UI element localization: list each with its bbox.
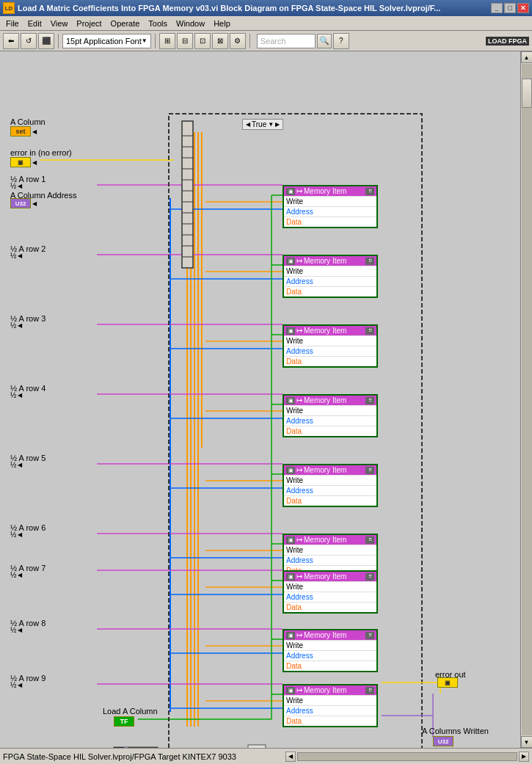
mem-write-8: Write: [284, 640, 376, 650]
status-text: FPGA State-Space HIL Solver.lvproj/FPGA …: [3, 752, 285, 761]
toolbar-separator-2: [155, 34, 156, 48]
mem-address-4: Address: [284, 415, 376, 426]
resize-button[interactable]: ⊡: [194, 33, 211, 49]
menu-window[interactable]: Window: [172, 18, 209, 29]
help-button[interactable]: ?: [333, 33, 349, 49]
case-selector[interactable]: ◀ True ▼ ▶: [242, 119, 283, 130]
right-scrollbar[interactable]: ▲ ▼: [520, 51, 532, 748]
mem-data-1: Data: [284, 217, 376, 227]
mem-data-4: Data: [284, 426, 376, 436]
h-scroll-track[interactable]: [297, 752, 517, 761]
wires-layer: [0, 51, 514, 748]
mem-write-2: Write: [284, 266, 376, 276]
toolbar-separator-3: [249, 34, 250, 48]
fpga-badge: LOAD FPGA: [486, 37, 529, 46]
scroll-left-button[interactable]: ◀: [285, 752, 296, 762]
font-selector[interactable]: 15pt Application Font ▼: [62, 34, 151, 48]
mem-address-1: Address: [284, 206, 376, 217]
a-row-3-terminal: ½ ◀: [10, 321, 22, 330]
a-row-6-terminal: ½ ◀: [10, 531, 22, 539]
toolbar: ⬅ ↺ ⬛ 15pt Application Font ▼ ⊞ ⊟ ⊡ ⊠ ⚙ …: [0, 31, 532, 51]
menu-edit[interactable]: Edit: [23, 18, 46, 29]
menu-project[interactable]: Project: [72, 18, 106, 29]
svg-rect-46: [248, 745, 266, 748]
mem-address-8: Address: [284, 650, 376, 661]
close-button[interactable]: ✕: [517, 3, 529, 13]
mem-header-2: ▣ ↦ Memory Item ⠿: [284, 256, 376, 266]
mem-write-6: Write: [284, 545, 376, 555]
title-bar: LD Load A Matric Coefficients Into FPGA …: [0, 0, 532, 16]
memory-block-7: ▣ ↦ Memory Item ⠿ Write Address Data: [283, 570, 378, 614]
status-bar: FPGA State-Space HIL Solver.lvproj/FPGA …: [0, 748, 532, 764]
forward-button[interactable]: ↺: [21, 33, 37, 49]
horizontal-scrollbar[interactable]: ◀ ▶: [285, 752, 529, 762]
window-controls: _ □ ✕: [491, 3, 529, 13]
a-row-4-terminal: ½ ◀: [10, 391, 22, 399]
window-title: Load A Matric Coefficients Into FPGA Mem…: [18, 4, 491, 12]
mem-address-5: Address: [284, 485, 376, 495]
a-row-9-terminal: ½ ◀: [10, 681, 22, 689]
maximize-button[interactable]: □: [504, 3, 516, 13]
error-out-terminal: ▣: [437, 677, 458, 688]
a-cols-written-term-box: U32: [433, 736, 453, 746]
scroll-up-button[interactable]: ▲: [521, 51, 533, 63]
mem-address-9: Address: [284, 705, 376, 716]
a-row-1-terminal: ½ ◀: [10, 182, 22, 190]
memory-block-3: ▣ ↦ Memory Item ⠿ Write Address Data: [283, 324, 378, 368]
mem-address-6: Address: [284, 555, 376, 565]
constant-zero: 0: [114, 747, 124, 748]
error-out-term-box: ▣: [437, 677, 458, 688]
scroll-thumb[interactable]: [522, 79, 532, 108]
a-cols-written-label: A Columns Written: [422, 727, 489, 735]
svg-rect-52: [182, 121, 193, 268]
mem-address-2: Address: [284, 276, 376, 286]
gear-button[interactable]: ⚙: [230, 33, 246, 49]
scroll-right-button[interactable]: ▶: [519, 752, 529, 762]
mem-write-3: Write: [284, 335, 376, 346]
mem-header-1: ▣ ↦ Memory Item ⠿: [284, 186, 376, 196]
search-button[interactable]: 🔍: [317, 34, 332, 48]
mem-header-8: ▣ ↦ Memory Item ⠿: [284, 630, 376, 640]
align-button[interactable]: ⊞: [159, 33, 175, 49]
menu-view[interactable]: View: [46, 18, 73, 29]
minimize-button[interactable]: _: [491, 3, 503, 13]
scroll-down-button[interactable]: ▼: [521, 736, 533, 748]
back-button[interactable]: ⬅: [3, 33, 19, 49]
mem-header-5: ▣ ↦ Memory Item ⠿: [284, 465, 376, 475]
memory-block-2: ▣ ↦ Memory Item ⠿ Write Address Data: [283, 255, 378, 298]
a-row-8-terminal: ½ ◀: [10, 626, 22, 634]
menu-file[interactable]: File: [1, 18, 23, 29]
scroll-track[interactable]: [522, 64, 532, 735]
mem-write-5: Write: [284, 475, 376, 485]
mem-data-7: Data: [284, 602, 376, 612]
mem-write-1: Write: [284, 196, 376, 206]
mem-data-2: Data: [284, 286, 376, 296]
mem-data-8: Data: [284, 661, 376, 671]
load-a-col-terminal: TF: [114, 716, 134, 727]
diagram-canvas[interactable]: A Column set ◀ error in (no error) ▣ ◀ ½…: [0, 51, 520, 748]
menu-help[interactable]: Help: [209, 18, 235, 29]
mem-write-4: Write: [284, 405, 376, 415]
mem-header-6: ▣ ↦ Memory Item ⠿: [284, 535, 376, 545]
mem-header-4: ▣ ↦ Memory Item ⠿: [284, 396, 376, 405]
mem-address-3: Address: [284, 346, 376, 356]
distribute-button[interactable]: ⊟: [177, 33, 193, 49]
diagram-inner: A Column set ◀ error in (no error) ▣ ◀ ½…: [0, 51, 514, 748]
main-area: A Column set ◀ error in (no error) ▣ ◀ ½…: [0, 51, 532, 748]
error-in-label: error in (no error): [10, 148, 72, 157]
toolbar-separator-1: [58, 34, 59, 48]
mem-data-9: Data: [284, 716, 376, 726]
reorder-button[interactable]: ⊠: [212, 33, 228, 49]
menu-tools[interactable]: Tools: [144, 18, 172, 29]
mem-address-7: Address: [284, 592, 376, 602]
stop-button[interactable]: ⬛: [38, 33, 54, 49]
a-row-5-terminal: ½ ◀: [10, 461, 22, 469]
mem-header-9: ▣ ↦ Memory Item ⠿: [284, 685, 376, 695]
mem-header-3: ▣ ↦ Memory Item ⠿: [284, 326, 376, 335]
a-column-term-box: set: [10, 126, 31, 137]
load-a-col-term-box: TF: [114, 716, 134, 727]
error-in-term-box: ▣: [10, 157, 31, 167]
memory-block-9: ▣ ↦ Memory Item ⠿ Write Address Data: [283, 684, 378, 727]
a-col-addr-terminal: U32 ◀: [10, 198, 37, 208]
menu-operate[interactable]: Operate: [106, 18, 145, 29]
